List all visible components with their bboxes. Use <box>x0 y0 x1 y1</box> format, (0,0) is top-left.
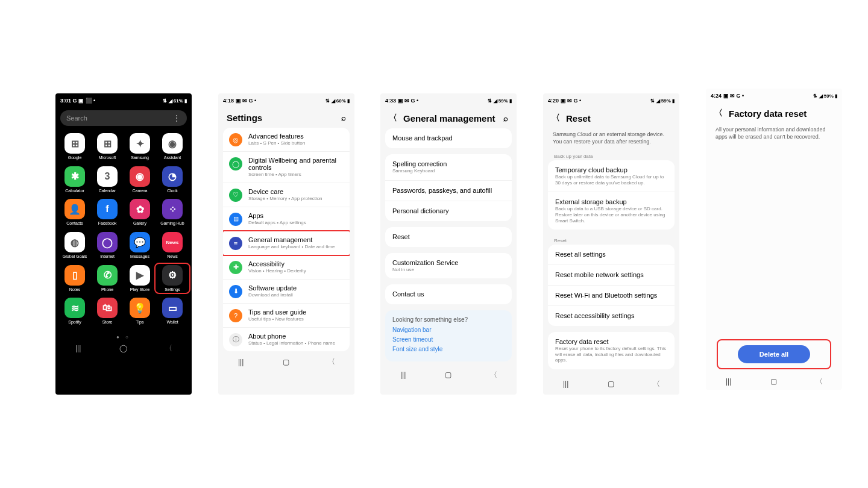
row-icon: ⊞ <box>229 213 242 226</box>
back-icon[interactable]: 〈 <box>552 113 560 124</box>
app-microsoft[interactable]: ⊞Microsoft <box>93 133 122 160</box>
section-reset: Reset <box>543 236 679 245</box>
page-title: General management <box>403 113 495 124</box>
nav-recents[interactable]: ||| <box>720 377 738 386</box>
settings-row[interactable]: Reset mobile network settings <box>548 265 675 286</box>
settings-row[interactable]: ◯Digital Wellbeing and parental controls… <box>223 152 350 183</box>
settings-row[interactable]: ♡Device careStorage • Memory • App prote… <box>223 183 350 207</box>
app-play-store[interactable]: ▶Play Store <box>125 265 154 292</box>
row-subtitle: Language and keyboard • Date and time <box>248 244 335 250</box>
settings-row[interactable]: Reset Wi-Fi and Bluetooth settings <box>548 286 675 306</box>
app-contacts[interactable]: 👤Contacts <box>60 199 89 226</box>
app-google[interactable]: ⊞Google <box>60 133 89 160</box>
app-store[interactable]: 🛍Store <box>93 298 122 325</box>
nav-back[interactable]: 〈 <box>160 343 178 354</box>
app-facebook[interactable]: fFacebook <box>93 199 122 226</box>
row-title: Temporary cloud backup <box>555 166 667 174</box>
row-title: Software update <box>248 284 297 292</box>
app-gaming-hub[interactable]: ⁘Gaming Hub <box>158 199 187 226</box>
app-messages[interactable]: 💬Messages <box>125 232 154 259</box>
app-icon: ✿ <box>130 199 150 219</box>
settings-row[interactable]: Reset all settings <box>548 245 675 265</box>
row-title: Accessibility <box>248 260 306 267</box>
search-bar[interactable]: Search ⋮ <box>60 110 187 126</box>
row-subtitle: Status • Legal information • Phone name <box>248 340 335 346</box>
app-label: Calendar <box>99 189 116 193</box>
app-label: Wallet <box>166 320 178 325</box>
link-navigation-bar[interactable]: Navigation bar <box>392 327 505 333</box>
row-icon: ♡ <box>229 189 242 202</box>
back-icon[interactable]: 〈 <box>714 108 723 119</box>
settings-row[interactable]: ?Tips and user guideUseful tips • New fe… <box>223 304 350 328</box>
app-news[interactable]: NewsNews <box>158 232 187 259</box>
nav-home[interactable]: ▢ <box>277 358 295 366</box>
nav-home[interactable]: ▢ <box>765 377 783 386</box>
settings-row[interactable]: Personal dictionary <box>385 201 512 221</box>
app-icon: ✦ <box>130 133 150 154</box>
app-icon: ◔ <box>162 166 183 187</box>
nav-back[interactable]: 〈 <box>322 357 341 367</box>
nav-recents[interactable]: ||| <box>232 358 250 366</box>
app-internet[interactable]: ◯Internet <box>93 232 122 259</box>
app-label: Global Goals <box>63 254 87 259</box>
settings-row[interactable]: Contact us <box>385 284 512 304</box>
app-calculator[interactable]: ✱Calculator <box>60 166 89 193</box>
app-notes[interactable]: ▯Notes <box>60 265 89 292</box>
settings-row[interactable]: External storage backupBack up data to a… <box>548 192 675 230</box>
search-icon[interactable]: ⌕ <box>503 114 508 123</box>
settings-row[interactable]: ≡General managementLanguage and keyboard… <box>223 231 350 255</box>
nav-back[interactable]: 〈 <box>485 370 503 380</box>
search-icon[interactable]: ⌕ <box>341 113 346 122</box>
nav-back[interactable]: 〈 <box>810 377 828 387</box>
nav-home[interactable]: ▢ <box>439 371 458 379</box>
app-icon: ✱ <box>64 166 85 187</box>
app-camera[interactable]: ◉Camera <box>125 166 154 193</box>
settings-row[interactable]: ◎Advanced featuresLabs • S Pen • Side bu… <box>223 128 350 152</box>
settings-row[interactable]: Customization ServiceNot in use <box>385 253 512 279</box>
settings-row[interactable]: Factory data resetReset your phone to it… <box>548 332 675 369</box>
nav-recents[interactable]: ||| <box>394 371 412 379</box>
nav-home[interactable]: ◯ <box>115 344 133 352</box>
app-settings[interactable]: ⚙Settings <box>158 265 187 292</box>
nav-home[interactable]: ▢ <box>602 380 620 388</box>
more-icon[interactable]: ⋮ <box>172 114 181 122</box>
settings-row[interactable]: Spelling correctionSamsung Keyboard <box>385 154 512 181</box>
app-label: Calculator <box>65 189 84 193</box>
app-label: News <box>167 254 178 259</box>
row-title: Reset <box>392 233 410 240</box>
app-spotify[interactable]: ≋Spotify <box>60 298 89 325</box>
delete-all-button[interactable]: Delete all <box>738 345 810 363</box>
app-icon: ⊞ <box>64 133 85 154</box>
app-icon: ◍ <box>64 232 85 252</box>
settings-row[interactable]: ✚AccessibilityVision • Hearing • Dexteri… <box>223 255 350 280</box>
settings-row[interactable]: Mouse and trackpad <box>385 128 512 148</box>
app-phone[interactable]: ✆Phone <box>93 265 122 292</box>
app-samsung[interactable]: ✦Samsung <box>125 133 154 160</box>
app-gallery[interactable]: ✿Gallery <box>125 199 154 226</box>
app-icon: ⁘ <box>162 199 183 219</box>
app-global-goals[interactable]: ◍Global Goals <box>60 232 89 259</box>
settings-row[interactable]: Reset <box>385 227 512 247</box>
settings-row[interactable]: ⬇Software updateDownload and install <box>223 280 350 304</box>
app-tips[interactable]: 💡Tips <box>125 298 154 325</box>
header: 〈 General management ⌕ <box>380 105 517 128</box>
app-calendar[interactable]: 3Calendar <box>93 166 122 193</box>
settings-row[interactable]: Temporary cloud backupBack up unlimited … <box>548 160 675 192</box>
link-font-size[interactable]: Font size and style <box>392 346 505 352</box>
back-icon[interactable]: 〈 <box>389 113 397 124</box>
app-clock[interactable]: ◔Clock <box>158 166 187 193</box>
nav-recents[interactable]: ||| <box>557 380 575 388</box>
nav-back[interactable]: 〈 <box>647 379 665 389</box>
app-wallet[interactable]: ▭Wallet <box>158 298 187 325</box>
app-assistant[interactable]: ◉Assistant <box>158 133 187 160</box>
nav-bar: ||| ▢ 〈 <box>218 354 354 371</box>
settings-row[interactable]: ⊞AppsDefault apps • App settings <box>223 207 350 231</box>
link-screen-timeout[interactable]: Screen timeout <box>392 336 505 343</box>
settings-row[interactable]: Passwords, passkeys, and autofill <box>385 181 512 201</box>
settings-list: ◎Advanced featuresLabs • S Pen • Side bu… <box>223 128 350 351</box>
row-subtitle: Default apps • App settings <box>248 220 306 226</box>
row-icon: ◯ <box>229 157 242 170</box>
settings-row[interactable]: ⓘAbout phoneStatus • Legal information •… <box>223 328 350 351</box>
nav-recents[interactable]: ||| <box>69 344 87 352</box>
settings-row[interactable]: Reset accessibility settings <box>548 306 675 326</box>
